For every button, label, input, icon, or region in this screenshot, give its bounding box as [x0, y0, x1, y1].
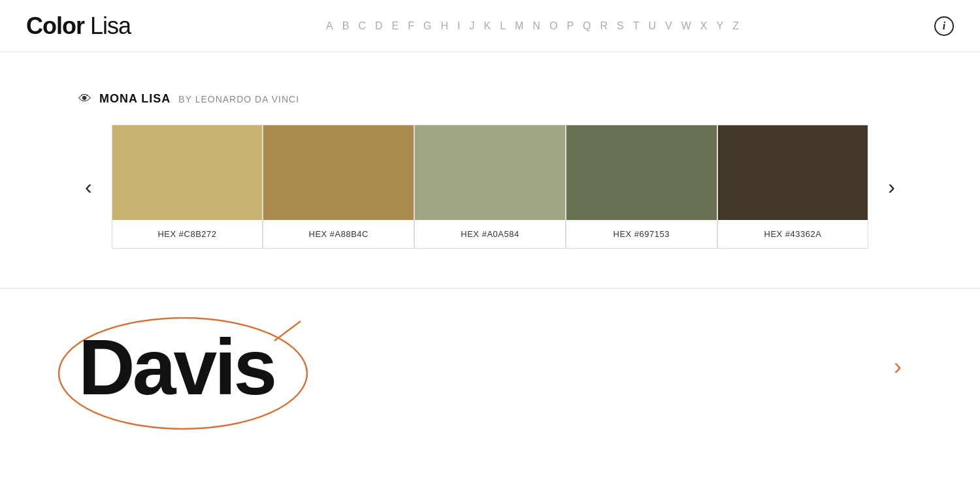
palette-section: 👁 MONA LISA BY LEONARDO DA VINCI ‹ HEX #… [0, 52, 980, 289]
nav-letter-c[interactable]: C [358, 20, 366, 32]
nav-letter-i[interactable]: I [457, 20, 460, 32]
nav-letter-v[interactable]: V [665, 20, 672, 32]
davis-text-wrapper: Davis [78, 328, 274, 406]
color-hex-label-1: HEX #A88B4C [263, 220, 414, 248]
lower-section: Davis › [0, 289, 980, 445]
header: Color Lisa ABCDEFGHIJKLMNOPQRSTUVWXYZ i [0, 0, 980, 52]
nav-letter-x[interactable]: X [700, 20, 708, 32]
nav-letter-s[interactable]: S [617, 20, 624, 32]
nav-letter-m[interactable]: M [515, 20, 523, 32]
prev-arrow[interactable]: ‹ [78, 168, 99, 206]
nav-letter-p[interactable]: P [566, 20, 574, 32]
nav-letter-y[interactable]: Y [717, 20, 724, 32]
davis-name: Davis [78, 328, 274, 406]
palette-carousel: ‹ HEX #C8B272HEX #A88B4CHEX #A0A584HEX #… [78, 125, 902, 249]
color-hex-label-3: HEX #697153 [566, 220, 717, 248]
palette-title-row: 👁 MONA LISA BY LEONARDO DA VINCI [78, 91, 902, 106]
color-swatch-wrapper-4[interactable]: HEX #43362A [717, 125, 869, 249]
color-hex-label-0: HEX #C8B272 [112, 220, 263, 248]
nav-letter-l[interactable]: L [500, 20, 506, 32]
logo[interactable]: Color Lisa [26, 12, 131, 40]
color-swatch-2 [415, 125, 565, 220]
main-content: 👁 MONA LISA BY LEONARDO DA VINCI ‹ HEX #… [0, 52, 980, 445]
nav-letter-q[interactable]: Q [583, 20, 591, 32]
info-button[interactable]: i [934, 16, 954, 36]
palette-title: MONA LISA [99, 92, 171, 106]
nav-letter-w[interactable]: W [681, 20, 691, 32]
svg-line-1 [274, 321, 301, 341]
nav-letter-h[interactable]: H [440, 20, 448, 32]
color-swatch-wrapper-0[interactable]: HEX #C8B272 [112, 125, 263, 249]
nav-letter-b[interactable]: B [342, 20, 350, 32]
color-swatches: HEX #C8B272HEX #A88B4CHEX #A0A584HEX #69… [112, 125, 869, 249]
logo-light: Lisa [84, 12, 131, 39]
color-swatch-wrapper-1[interactable]: HEX #A88B4C [263, 125, 414, 249]
color-hex-label-4: HEX #43362A [718, 220, 868, 248]
nav-letter-a[interactable]: A [326, 20, 333, 32]
logo-bold: Color [26, 12, 84, 39]
color-hex-label-2: HEX #A0A584 [415, 220, 565, 248]
nav-letter-e[interactable]: E [392, 20, 399, 32]
nav-letter-g[interactable]: G [423, 20, 431, 32]
nav-letter-t[interactable]: T [633, 20, 640, 32]
color-swatch-4 [718, 125, 868, 220]
nav-letter-d[interactable]: D [375, 20, 383, 32]
nav-letter-f[interactable]: F [408, 20, 414, 32]
nav-letter-r[interactable]: R [600, 20, 608, 32]
color-swatch-wrapper-2[interactable]: HEX #A0A584 [414, 125, 566, 249]
color-swatch-3 [566, 125, 717, 220]
eye-icon: 👁 [78, 91, 91, 106]
palette-artist: BY LEONARDO DA VINCI [178, 94, 299, 104]
nav-letter-n[interactable]: N [532, 20, 540, 32]
nav-letter-u[interactable]: U [649, 20, 657, 32]
color-swatch-wrapper-3[interactable]: HEX #697153 [566, 125, 717, 249]
nav-letter-o[interactable]: O [549, 20, 557, 32]
alphabet-nav: ABCDEFGHIJKLMNOPQRSTUVWXYZ [326, 20, 739, 32]
lower-next-arrow[interactable]: › [894, 353, 902, 381]
nav-letter-z[interactable]: Z [732, 20, 739, 32]
color-swatch-1 [263, 125, 414, 220]
next-arrow[interactable]: › [881, 168, 902, 206]
color-swatch-0 [112, 125, 263, 220]
nav-letter-k[interactable]: K [483, 20, 491, 32]
nav-letter-j[interactable]: J [469, 20, 474, 32]
